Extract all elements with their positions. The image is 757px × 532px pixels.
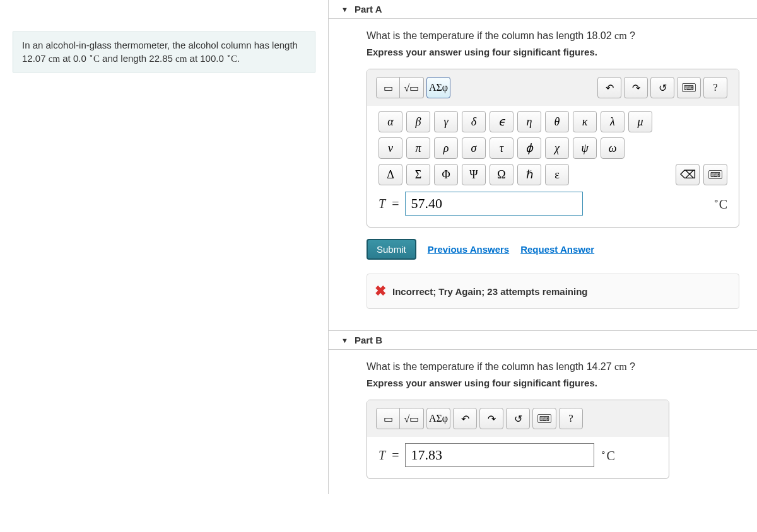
symbol-μ[interactable]: μ — [628, 111, 652, 132]
part-a-question: What is the temperature if the column ha… — [367, 30, 739, 42]
part-b-toolbar: ▭ √▭ ΑΣφ ↶ ↷ ↺ ⌨ ? — [367, 400, 669, 437]
previous-answers-link[interactable]: Previous Answers — [428, 244, 510, 255]
greek-palette: αβγδϵηθκλμ νπρστϕχψω ΔΣΦΨΩℏε⌫⌨ — [378, 111, 727, 185]
symbol-κ[interactable]: κ — [573, 111, 597, 132]
symbol-ω[interactable]: ω — [601, 137, 625, 159]
caret-down-icon: ▼ — [341, 337, 348, 344]
part-a-header[interactable]: ▼ Part A — [329, 0, 757, 19]
undo-button[interactable]: ↶ — [597, 77, 621, 98]
submit-button[interactable]: Submit — [367, 239, 416, 260]
symbol-ν[interactable]: ν — [378, 137, 402, 159]
symbol-θ[interactable]: θ — [545, 111, 569, 132]
keyboard-icon: ⌨ — [682, 83, 696, 92]
part-b-title: Part B — [355, 335, 382, 345]
part-b-question: What is the temperature if the column ha… — [367, 361, 739, 373]
redo-button[interactable]: ↷ — [624, 77, 648, 98]
undo-button[interactable]: ↶ — [453, 408, 477, 429]
root-template-button[interactable]: √▭ — [400, 408, 424, 429]
symbol-δ[interactable]: δ — [462, 111, 486, 132]
keyboard-icon: ⌨ — [537, 414, 551, 423]
part-b-header[interactable]: ▼ Part B — [329, 331, 757, 350]
symbol-Ψ[interactable]: Ψ — [462, 164, 486, 185]
part-a-title: Part A — [355, 4, 382, 14]
symbol-σ[interactable]: σ — [462, 137, 486, 159]
feedback-box: ✖ Incorrect; Try Again; 23 attempts rema… — [367, 274, 739, 309]
undo-icon: ↶ — [461, 413, 469, 425]
redo-icon: ↷ — [488, 413, 496, 425]
symbol-Ω[interactable]: Ω — [490, 164, 513, 185]
fraction-template-button[interactable]: ▭ — [376, 77, 400, 98]
greek-symbols-button[interactable]: ΑΣφ — [426, 408, 450, 429]
unit-label: ∘C — [601, 447, 614, 463]
variable-label: T — [378, 197, 385, 211]
request-answer-link[interactable]: Request Answer — [520, 244, 594, 255]
variable-label: T — [378, 448, 385, 463]
backspace-button[interactable]: ⌫ — [676, 164, 700, 185]
part-a-answer-input[interactable] — [405, 192, 583, 216]
incorrect-icon: ✖ — [375, 283, 386, 299]
help-button[interactable]: ? — [703, 77, 727, 98]
fraction-template-button[interactable]: ▭ — [376, 408, 400, 429]
keyboard-button[interactable]: ⌨ — [677, 77, 701, 98]
redo-icon: ↷ — [632, 82, 640, 94]
keypad-button[interactable]: ⌨ — [703, 164, 727, 185]
symbol-ϕ[interactable]: ϕ — [517, 137, 541, 159]
symbol-Φ[interactable]: Φ — [434, 164, 458, 185]
part-b-answer-box: ▭ √▭ ΑΣφ ↶ ↷ ↺ ⌨ ? T = ∘C — [367, 400, 669, 479]
caret-down-icon: ▼ — [341, 6, 348, 13]
symbol-ρ[interactable]: ρ — [434, 137, 458, 159]
reset-button[interactable]: ↺ — [506, 408, 530, 429]
undo-icon: ↶ — [606, 82, 614, 94]
symbol-χ[interactable]: χ — [545, 137, 569, 159]
reset-icon: ↺ — [514, 413, 522, 425]
part-b-answer-input[interactable] — [405, 443, 594, 467]
reset-icon: ↺ — [659, 82, 667, 94]
symbol-β[interactable]: β — [406, 111, 430, 132]
keyboard-button[interactable]: ⌨ — [532, 408, 556, 429]
symbol-ψ[interactable]: ψ — [573, 137, 597, 159]
symbol-ε[interactable]: ε — [545, 164, 569, 185]
symbol-Δ[interactable]: Δ — [378, 164, 402, 185]
part-b-instruction: Express your answer using four significa… — [367, 378, 739, 388]
part-a-toolbar: ▭ √▭ ΑΣφ ↶ ↷ ↺ ⌨ ? — [367, 69, 739, 106]
reset-button[interactable]: ↺ — [650, 77, 674, 98]
redo-button[interactable]: ↷ — [479, 408, 503, 429]
root-template-button[interactable]: √▭ — [400, 77, 424, 98]
symbol-η[interactable]: η — [517, 111, 541, 132]
symbol-α[interactable]: α — [378, 111, 402, 132]
greek-symbols-button[interactable]: ΑΣφ — [426, 77, 450, 98]
help-button[interactable]: ? — [559, 408, 583, 429]
symbol-π[interactable]: π — [406, 137, 430, 159]
unit-label: ∘C — [713, 195, 727, 212]
problem-statement: In an alcohol-in-glass thermometer, the … — [13, 32, 315, 72]
symbol-ℏ[interactable]: ℏ — [517, 164, 541, 185]
part-a-instruction: Express your answer using four significa… — [367, 47, 739, 57]
symbol-ϵ[interactable]: ϵ — [490, 111, 513, 132]
symbol-λ[interactable]: λ — [601, 111, 625, 132]
symbol-γ[interactable]: γ — [434, 111, 458, 132]
part-a-answer-box: ▭ √▭ ΑΣφ ↶ ↷ ↺ ⌨ ? αβγδϵηθκλμ νπρστϕχψω … — [367, 69, 739, 228]
symbol-τ[interactable]: τ — [490, 137, 513, 159]
symbol-Σ[interactable]: Σ — [406, 164, 430, 185]
